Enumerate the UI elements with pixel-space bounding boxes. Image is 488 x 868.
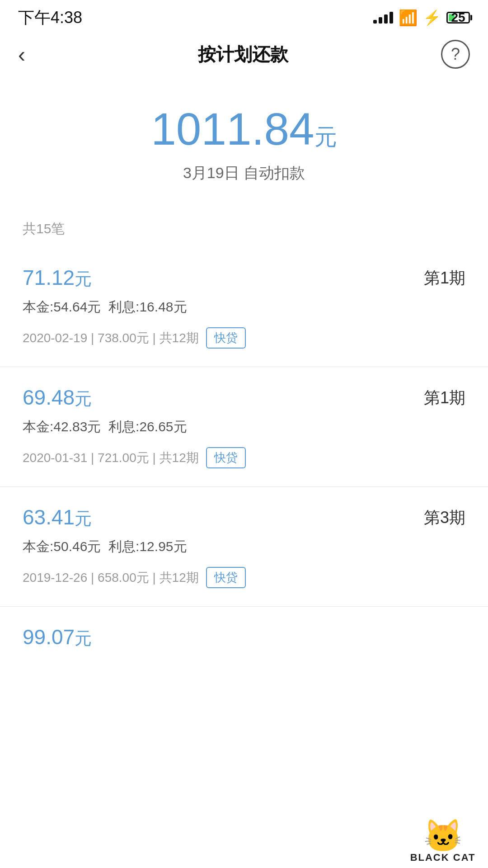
watermark: 🐱 BLACK CAT <box>398 814 488 868</box>
loan-amount-unit: 元 <box>75 629 92 648</box>
loan-item-header: 99.07元 <box>23 625 465 650</box>
loan-item: 63.41元 第3期 本金:50.46元 利息:12.95元 2019-12-2… <box>0 487 488 607</box>
loan-meta-text: 2020-02-19 | 738.00元 | 共12期 <box>23 330 199 347</box>
black-cat-icon: 🐱 <box>423 820 463 852</box>
loan-amount-display: 63.41元 <box>23 505 92 530</box>
loan-period: 第1期 <box>424 387 465 409</box>
signal-icon <box>373 12 393 24</box>
help-button[interactable]: ? <box>441 40 470 69</box>
watermark-text: BLACK CAT <box>410 852 476 863</box>
loan-item: 69.48元 第1期 本金:42.83元 利息:26.65元 2020-01-3… <box>0 367 488 487</box>
loan-detail: 本金:42.83元 利息:26.65元 <box>23 418 465 436</box>
loan-interest: 利息:16.48元 <box>108 299 187 314</box>
loan-detail: 本金:50.46元 利息:12.95元 <box>23 538 465 556</box>
loan-amount-display: 99.07元 <box>23 625 92 650</box>
amount-section: 1011.84元 3月19日 自动扣款 <box>0 77 488 202</box>
charging-icon: ⚡ <box>423 9 441 26</box>
loan-amount-unit: 元 <box>75 269 92 288</box>
loan-item: 99.07元 <box>0 607 488 666</box>
loan-principal: 本金:50.46元 <box>23 539 101 554</box>
loan-tag: 快贷 <box>206 447 246 468</box>
loan-period: 第3期 <box>424 507 465 529</box>
back-button[interactable]: ‹ <box>18 42 45 67</box>
loan-item: 71.12元 第1期 本金:54.64元 利息:16.48元 2020-02-1… <box>0 247 488 367</box>
amount-unit: 元 <box>314 124 337 150</box>
loan-principal: 本金:54.64元 <box>23 299 101 314</box>
loan-amount-value: 99.07 <box>23 625 75 649</box>
loan-amount-value: 63.41 <box>23 505 75 529</box>
loan-meta: 2019-12-26 | 658.00元 | 共12期 快贷 <box>23 567 465 588</box>
status-icons: 📶 ⚡ 25 <box>373 9 470 27</box>
total-amount-display: 1011.84元 <box>18 104 470 154</box>
loan-detail: 本金:54.64元 利息:16.48元 <box>23 298 465 316</box>
page-title: 按计划还款 <box>198 42 288 67</box>
loan-amount-value: 71.12 <box>23 266 75 289</box>
status-bar: 下午4:38 📶 ⚡ 25 <box>0 0 488 32</box>
loan-meta: 2020-01-31 | 721.00元 | 共12期 快贷 <box>23 447 465 468</box>
loan-list: 71.12元 第1期 本金:54.64元 利息:16.48元 2020-02-1… <box>0 247 488 666</box>
auto-deduct-text: 3月19日 自动扣款 <box>18 163 470 184</box>
total-amount-value: 1011.84 <box>151 104 314 154</box>
loan-item-header: 69.48元 第1期 <box>23 385 465 410</box>
loan-period: 第1期 <box>424 267 465 289</box>
loan-meta-text: 2019-12-26 | 658.00元 | 共12期 <box>23 569 199 586</box>
loan-meta-text: 2020-01-31 | 721.00元 | 共12期 <box>23 449 199 467</box>
loan-interest: 利息:26.65元 <box>108 419 187 434</box>
loan-tag: 快贷 <box>206 327 246 349</box>
loan-amount-unit: 元 <box>75 509 92 528</box>
count-label: 共15笔 <box>23 221 65 236</box>
loan-item-header: 71.12元 第1期 <box>23 265 465 291</box>
battery-icon: 25 <box>446 12 470 24</box>
status-time: 下午4:38 <box>18 7 82 29</box>
nav-bar: ‹ 按计划还款 ? <box>0 32 488 77</box>
loan-amount-display: 71.12元 <box>23 265 92 291</box>
loan-amount-display: 69.48元 <box>23 385 92 410</box>
loan-amount-unit: 元 <box>75 389 92 408</box>
wifi-icon: 📶 <box>399 9 418 27</box>
loan-meta: 2020-02-19 | 738.00元 | 共12期 快贷 <box>23 327 465 349</box>
loan-amount-value: 69.48 <box>23 386 75 409</box>
loan-principal: 本金:42.83元 <box>23 419 101 434</box>
count-section: 共15笔 <box>0 202 488 247</box>
loan-item-header: 63.41元 第3期 <box>23 505 465 530</box>
loan-tag: 快贷 <box>206 567 246 588</box>
loan-interest: 利息:12.95元 <box>108 539 187 554</box>
